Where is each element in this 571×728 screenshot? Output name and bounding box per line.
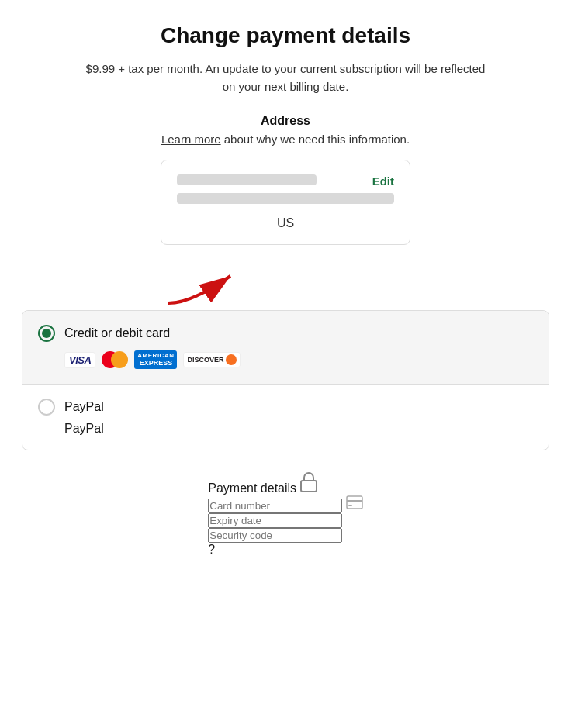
visa-icon: VISA — [64, 350, 95, 370]
expiry-date-field[interactable] — [208, 513, 362, 528]
security-help-icon[interactable]: ? — [208, 543, 362, 557]
svg-rect-4 — [348, 505, 352, 506]
learn-more-suffix: about why we need this information. — [221, 133, 410, 146]
edit-address-button[interactable]: Edit — [372, 174, 394, 188]
credit-card-label: Credit or debit card — [64, 326, 170, 340]
svg-rect-3 — [347, 500, 362, 502]
paypal-label: PayPal — [64, 400, 104, 414]
payment-details-section: Payment details — [208, 472, 362, 557]
address-skeleton-1 — [177, 174, 317, 185]
security-code-field[interactable]: ? — [208, 528, 362, 557]
credit-card-radio[interactable] — [38, 325, 55, 342]
payment-details-header: Payment details — [208, 472, 362, 495]
address-card: US Edit — [161, 160, 410, 245]
address-skeleton-2 — [177, 193, 394, 204]
security-code-input[interactable] — [208, 528, 342, 543]
card-icons: VISA AMERICAN EXPRESS DISCOV — [64, 350, 533, 370]
address-card-wrapper: US Edit — [161, 160, 410, 310]
paypal-logo: PayPal — [64, 422, 533, 436]
card-number-input[interactable] — [208, 499, 342, 513]
payment-options-container: Credit or debit card VISA AMERICAN EXPRE… — [22, 310, 549, 450]
mastercard-icon — [102, 350, 128, 370]
payment-details-label: Payment details — [208, 481, 296, 495]
edit-arrow — [161, 260, 261, 307]
card-number-field[interactable] — [208, 495, 362, 513]
learn-more-line: Learn more about why we need this inform… — [161, 133, 410, 146]
paypal-radio[interactable] — [38, 399, 55, 416]
bottom-inputs: ? — [208, 513, 362, 557]
paypal-option[interactable]: PayPal PayPal — [22, 385, 549, 450]
address-section-label: Address — [261, 114, 310, 128]
expiry-date-input[interactable] — [208, 513, 342, 528]
discover-icon: DISCOVER — [183, 350, 241, 370]
credit-card-option[interactable]: Credit or debit card VISA AMERICAN EXPRE… — [22, 311, 549, 385]
learn-more-link[interactable]: Learn more — [161, 133, 221, 146]
amex-icon: AMERICAN EXPRESS — [134, 350, 177, 370]
lock-icon — [300, 481, 317, 495]
address-country: US — [177, 216, 394, 230]
card-input-icon — [346, 499, 363, 512]
page-title: Change payment details — [161, 23, 410, 48]
svg-rect-1 — [301, 481, 317, 492]
page-subtitle: $9.99 + tax per month. An update to your… — [84, 60, 487, 95]
